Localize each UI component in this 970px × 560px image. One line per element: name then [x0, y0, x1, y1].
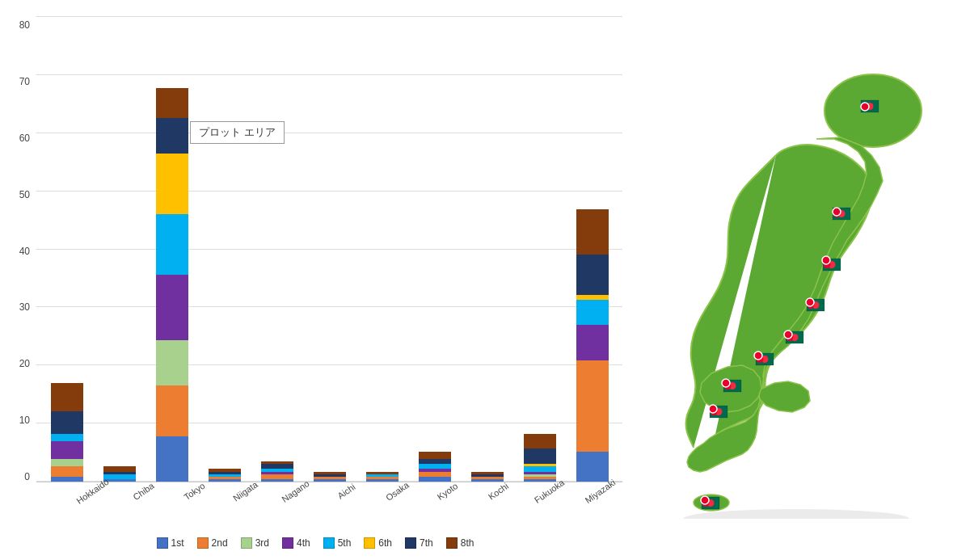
y-axis: 01020304050607080: [8, 16, 36, 531]
svg-point-36: [806, 298, 814, 306]
bar-segment: [576, 452, 609, 482]
grid-and-bars: プロット エリア: [36, 16, 622, 482]
bar-group: [573, 209, 612, 482]
bar-segment: [51, 383, 83, 411]
y-axis-label: 70: [19, 76, 30, 87]
y-axis-label: 40: [19, 246, 30, 257]
legend-item: 4th: [282, 537, 310, 549]
bar-group: [205, 469, 244, 482]
bar-segment: [51, 466, 83, 477]
bar-segment: [576, 255, 609, 295]
legend-label: 6th: [378, 537, 392, 549]
legend-label: 2nd: [212, 537, 228, 549]
japan-map: [647, 50, 938, 519]
bar-segment: [261, 479, 293, 482]
bar-group: [258, 461, 297, 482]
legend-label: 5th: [338, 537, 352, 549]
main-container: 01020304050607080 プロット エリア HokkaidoChiba…: [0, 0, 970, 560]
bar-segment: [156, 154, 188, 214]
chart-area: 01020304050607080 プロット エリア HokkaidoChiba…: [8, 16, 622, 552]
svg-point-41: [701, 496, 709, 504]
legend-color-box: [405, 537, 416, 549]
legend-item: 2nd: [197, 537, 228, 549]
bar-group: [468, 472, 507, 482]
bar-segment: [576, 325, 609, 360]
bar-segment: [209, 479, 241, 482]
bar-segment: [576, 300, 609, 325]
y-axis-label: 30: [19, 301, 30, 313]
legend-color-box: [157, 537, 168, 549]
bar-group: [310, 472, 349, 482]
legend-label: 1st: [171, 537, 184, 549]
svg-point-35: [822, 256, 830, 264]
bar-segment: [576, 360, 609, 452]
bar-group: [48, 383, 86, 482]
bar-group: [415, 452, 454, 482]
y-axis-label: 20: [19, 358, 30, 369]
svg-point-33: [861, 103, 869, 111]
chart-inner: プロット エリア HokkaidoChibaTokyoNiigataNagano…: [36, 16, 622, 531]
bar-group: [521, 434, 559, 482]
bar-segment: [419, 477, 451, 482]
legend-color-box: [323, 537, 335, 549]
legend: 1st2nd3rd4th5th6th7th8th: [8, 531, 622, 552]
bar-segment: [576, 209, 609, 255]
y-axis-label: 0: [24, 471, 30, 482]
legend-color-box: [197, 537, 209, 549]
svg-point-38: [754, 352, 762, 360]
bar-group: [363, 472, 402, 482]
svg-point-39: [722, 379, 730, 387]
chart-wrapper: 01020304050607080 プロット エリア HokkaidoChiba…: [8, 16, 622, 531]
legend-label: 8th: [461, 537, 474, 549]
bar-segment: [156, 275, 188, 340]
legend-item: 8th: [446, 537, 474, 549]
svg-point-34: [833, 208, 841, 216]
bar-segment: [419, 452, 451, 459]
bar-segment: [366, 479, 399, 482]
legend-item: 5th: [323, 537, 352, 549]
legend-item: 7th: [405, 537, 433, 549]
bar-segment: [156, 118, 188, 154]
bar-segment: [51, 459, 83, 466]
svg-point-40: [709, 405, 717, 413]
bar-segment: [156, 214, 188, 275]
svg-point-37: [784, 331, 792, 339]
bar-segment: [471, 479, 504, 482]
legend-color-box: [282, 537, 293, 549]
y-axis-label: 60: [19, 133, 30, 144]
map-area: [622, 16, 962, 552]
legend-color-box: [241, 537, 252, 549]
bar-segment: [314, 479, 346, 482]
legend-label: 4th: [297, 537, 310, 549]
y-axis-label: 50: [19, 189, 30, 200]
legend-color-box: [446, 537, 458, 549]
legend-label: 7th: [420, 537, 433, 549]
bar-segment: [156, 436, 188, 482]
bar-segment: [524, 434, 556, 449]
x-labels: HokkaidoChibaTokyoNiigataNaganoAichiOsak…: [36, 482, 622, 531]
bar-segment: [51, 434, 83, 441]
bar-segment: [156, 88, 188, 119]
bar-segment: [156, 385, 188, 436]
bars-container: [36, 16, 622, 482]
y-axis-label: 80: [19, 19, 30, 31]
bar-segment: [51, 411, 83, 434]
legend-label: 3rd: [255, 537, 269, 549]
legend-item: 3rd: [241, 537, 269, 549]
legend-color-box: [364, 537, 375, 549]
bar-group: [153, 88, 192, 482]
legend-item: 6th: [364, 537, 392, 549]
bar-segment: [156, 340, 188, 385]
legend-item: 1st: [157, 537, 184, 549]
bar-segment: [524, 448, 556, 464]
japan-map-svg: [647, 50, 938, 519]
bar-segment: [51, 477, 83, 482]
bar-segment: [51, 441, 83, 459]
bar-segment: [524, 479, 556, 482]
y-axis-label: 10: [19, 415, 30, 426]
svg-marker-2: [758, 381, 810, 412]
